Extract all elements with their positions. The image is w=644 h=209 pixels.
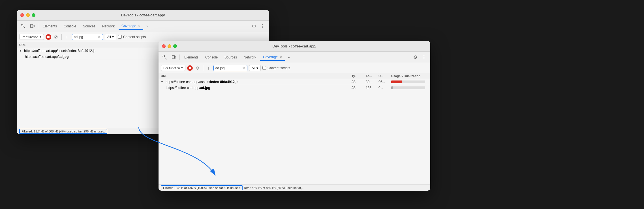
filter-select-2[interactable]: All ▾ [249,65,261,71]
main-toolbar-2: Elements Console Sources Network Coverag… [159,52,430,63]
used-portion-2 [391,86,393,89]
tab-sources-1[interactable]: Sources [80,23,98,29]
tab-elements-1[interactable]: Elements [40,23,60,29]
tab-elements-2[interactable]: Elements [181,54,201,60]
usage-bar-2 [391,86,425,89]
traffic-lights-1 [20,13,35,17]
svg-rect-2 [33,25,34,27]
filtered-status-1: Filtered: 11.7 kB of 308 kB (4%) used so… [19,129,107,134]
clear-button-1[interactable]: ⊘ [53,34,59,40]
device-icon-2[interactable] [170,53,178,61]
status-bar-2: Filtered: 136 B of 136 B (100%) used so … [159,184,430,191]
header-type-2: Ty... [352,74,366,78]
traffic-lights-2 [162,44,177,48]
search-clear-2[interactable]: ✕ [242,66,245,70]
minimize-button-2[interactable] [168,44,171,48]
download-button-2[interactable]: ↓ [206,65,212,71]
tab-console-2[interactable]: Console [202,54,221,60]
filter-dropdown-1: ▾ [112,35,114,39]
window-content-2: Elements Console Sources Network Coverag… [159,52,430,191]
more-tabs-icon-1[interactable]: » [144,23,150,29]
content-scripts-checkbox-2[interactable]: Content scripts [262,66,290,70]
tab-coverage-1[interactable]: Coverage ✕ [119,23,143,30]
minimize-button-1[interactable] [26,13,30,17]
type-2: JS... [352,86,366,90]
vis-bar-2 [391,86,428,89]
svg-rect-5 [175,56,176,58]
triangle-icon-1: ▼ [19,49,22,52]
more-tabs-icon-2[interactable]: » [286,54,291,60]
triangle-icon-2: ▼ [161,80,163,83]
tab-network-1[interactable]: Network [99,23,117,29]
inspect-icon-2[interactable] [161,53,169,61]
window-title-1: DevTools - coffee-cart.app/ [121,13,165,17]
svg-rect-3 [163,55,164,57]
table-header-2: URL Ty... To... U... Usage Visualization [159,73,430,79]
header-unused-2: U... [378,74,391,78]
header-total-2: To... [366,74,378,78]
maximize-button-2[interactable] [173,44,177,48]
dropdown-icon-2: ▾ [181,66,183,70]
search-input-1[interactable] [74,35,97,39]
usage-bar-1 [391,80,425,83]
coverage-toolbar-1: Per function ▾ ⊘ ↓ ✕ All ▾ Content scrip… [17,32,269,42]
search-input-2[interactable] [215,66,241,70]
devtools-window-2: DevTools - coffee-cart.app/ Elements Con… [159,41,430,191]
per-function-button-1[interactable]: Per function ▾ [19,34,44,40]
close-button-1[interactable] [20,13,24,17]
content-scripts-checkbox-1[interactable]: Content scripts [118,35,146,39]
more-dots-icon-1[interactable]: ⋮ [259,22,267,30]
more-dots-icon-2[interactable]: ⋮ [420,53,428,61]
filtered-status-2: Filtered: 136 B of 136 B (100%) used so … [161,185,243,190]
maximize-button-1[interactable] [32,13,35,17]
search-box-2[interactable]: ✕ [213,65,247,71]
tab-close-1[interactable]: ✕ [138,25,140,28]
unused-2: 0... [378,86,391,90]
sep-3 [203,65,203,71]
gear-icon-2[interactable]: ⚙ [412,53,419,61]
header-url-2: URL [161,74,352,78]
close-button-2[interactable] [162,44,166,48]
inspect-icon[interactable] [19,22,27,30]
table-area-2: URL Ty... To... U... Usage Visualization… [159,73,430,184]
unused-1: 96... [378,80,391,84]
total-1: 30... [366,80,378,84]
download-button-1[interactable]: ↓ [64,34,70,40]
gear-icon-1[interactable]: ⚙ [250,22,258,30]
main-toolbar-1: Elements Console Sources Network Coverag… [17,21,269,32]
table-row-3[interactable]: ▼ https://coffee-cart.app/assets/index-8… [159,79,430,85]
coverage-toolbar-2: Per function ▾ ⊘ ↓ ✕ All ▾ Content scrip… [159,63,430,73]
type-1: JS... [352,80,366,84]
window-title-2: DevTools - coffee-cart.app/ [272,44,316,48]
stop-button-1[interactable] [46,34,51,40]
tab-coverage-2[interactable]: Coverage ✕ [260,54,285,61]
total-2: 136 [366,86,378,90]
dropdown-icon-1: ▾ [40,35,41,39]
titlebar-1: DevTools - coffee-cart.app/ [17,10,269,21]
per-function-button-2[interactable]: Per function ▾ [161,65,185,71]
svg-rect-0 [21,24,23,26]
tab-network-2[interactable]: Network [241,54,259,60]
tab-sources-2[interactable]: Sources [222,54,240,60]
filter-dropdown-2: ▾ [256,66,258,70]
tab-close-2[interactable]: ✕ [280,56,282,59]
toolbar-separator-1 [38,23,38,29]
search-clear-1[interactable]: ✕ [98,35,101,39]
total-status-2: Total: 459 kB of 839 kB (55%) used so fa… [244,186,305,190]
svg-rect-4 [172,55,174,59]
used-portion-1 [391,80,402,83]
filter-select-1[interactable]: All ▾ [105,34,116,40]
search-box-1[interactable]: ✕ [72,34,103,40]
toolbar-separator-2 [179,55,180,60]
tab-console-1[interactable]: Console [61,23,79,29]
device-icon[interactable] [28,22,36,30]
vis-bar-1 [391,80,428,83]
titlebar-2: DevTools - coffee-cart.app/ [159,41,430,52]
clear-button-2[interactable]: ⊘ [194,65,201,71]
svg-rect-1 [31,24,33,28]
sep-2 [61,34,62,40]
stop-button-2[interactable] [187,65,193,71]
table-row-4[interactable]: https://coffee-cart.app/ad.jpg JS... 136… [159,85,430,91]
header-vis-2: Usage Visualization [391,74,428,78]
